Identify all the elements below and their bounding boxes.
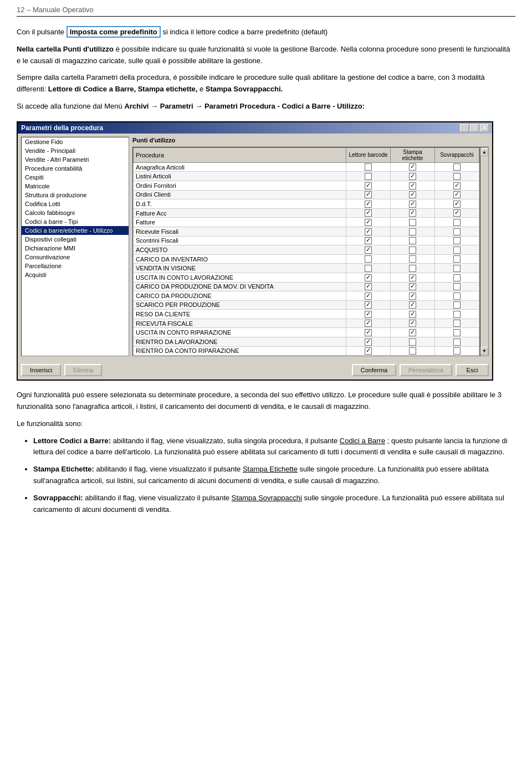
cell-lettore[interactable] <box>346 264 391 273</box>
cell-stampa[interactable] <box>391 190 435 199</box>
nav-item-codici-utilizzo[interactable]: Codici a barre/etichette - Utilizzo <box>22 226 129 235</box>
cell-sovra[interactable] <box>435 254 479 264</box>
stampa-checkbox[interactable] <box>409 301 416 309</box>
sovra-checkbox[interactable] <box>453 320 461 327</box>
titlebar-buttons[interactable]: _ □ ✕ <box>460 124 489 132</box>
cell-stampa[interactable] <box>391 300 435 310</box>
table-row[interactable]: USCITA IN CONTO LAVORAZIONE <box>134 273 479 282</box>
stampa-checkbox[interactable] <box>409 255 416 263</box>
cell-sovra[interactable] <box>435 162 479 172</box>
stampa-checkbox[interactable] <box>409 237 416 244</box>
nav-item-vendite-altri[interactable]: Vendite - Altri Parametri <box>22 155 129 164</box>
cell-lettore[interactable] <box>346 162 391 172</box>
sovra-checkbox[interactable] <box>453 247 461 254</box>
table-row[interactable]: Fatture Acc <box>134 208 479 218</box>
table-row[interactable]: CARICO DA PRODUZIONE DA MOV. DI VENDITA <box>134 282 479 291</box>
esci-button[interactable]: Esci <box>456 364 489 376</box>
sovra-checkbox[interactable] <box>453 201 461 208</box>
sovra-checkbox[interactable] <box>453 274 461 281</box>
lettore-checkbox[interactable] <box>365 339 372 346</box>
stampa-checkbox[interactable] <box>409 182 416 189</box>
nav-item-cespiti[interactable]: Cespiti <box>22 173 129 182</box>
lettore-checkbox[interactable] <box>365 301 372 309</box>
stampa-checkbox[interactable] <box>409 320 416 327</box>
stampa-checkbox[interactable] <box>409 311 416 318</box>
cell-lettore[interactable] <box>346 282 391 291</box>
cell-sovra[interactable] <box>435 190 479 199</box>
table-row[interactable]: Ordini Fornitori <box>134 181 479 190</box>
sovra-checkbox[interactable] <box>453 293 461 300</box>
lettore-checkbox[interactable] <box>365 219 372 226</box>
table-row[interactable]: Anagrafica Articoli <box>134 162 479 172</box>
nav-item-calcolo[interactable]: Calcolo fabbisogni <box>22 208 129 217</box>
cell-lettore[interactable] <box>346 291 391 301</box>
cell-sovra[interactable] <box>435 273 479 282</box>
sovra-checkbox[interactable] <box>453 255 461 263</box>
cell-lettore[interactable] <box>346 328 391 337</box>
sovra-checkbox[interactable] <box>453 329 461 336</box>
nav-item-gestione-fido[interactable]: Gestione Fido <box>22 137 129 146</box>
cell-sovra[interactable] <box>435 337 479 347</box>
cell-sovra[interactable] <box>435 172 479 181</box>
table-row[interactable]: RIENTRO DA LAVORAZIONE <box>134 337 479 347</box>
cell-stampa[interactable] <box>391 310 435 319</box>
nav-item-codifica-lotti[interactable]: Codifica Lotti <box>22 199 129 208</box>
lettore-checkbox[interactable] <box>365 191 372 198</box>
lettore-checkbox[interactable] <box>365 228 372 235</box>
cell-stampa[interactable] <box>391 227 435 236</box>
cell-lettore[interactable] <box>346 245 391 255</box>
sovra-checkbox[interactable] <box>453 191 461 198</box>
nav-item-vendite-principali[interactable]: Vendite - Principali <box>22 146 129 155</box>
stampa-checkbox[interactable] <box>409 247 416 254</box>
table-row[interactable]: D.d.T. <box>134 199 479 209</box>
sovra-checkbox[interactable] <box>453 228 461 235</box>
cell-sovra[interactable] <box>435 319 479 328</box>
sovra-checkbox[interactable] <box>453 265 461 272</box>
stampa-checkbox[interactable] <box>409 191 416 198</box>
cell-stampa[interactable] <box>391 264 435 273</box>
cell-lettore[interactable] <box>346 190 391 199</box>
personalizza-button[interactable]: Personalizza <box>400 364 452 376</box>
table-row[interactable]: RIENTRO DA CONTO RIPARAZIONE <box>134 346 479 356</box>
table-row[interactable]: Fatture <box>134 218 479 227</box>
nav-item-consuntivazione[interactable]: Consuntivazione <box>22 253 129 261</box>
stampa-checkbox[interactable] <box>409 347 416 355</box>
cell-stampa[interactable] <box>391 162 435 172</box>
inserisci-button[interactable]: Inserisci <box>21 364 61 376</box>
cell-stampa[interactable] <box>391 291 435 301</box>
stampa-checkbox[interactable] <box>409 201 416 208</box>
cell-lettore[interactable] <box>346 346 391 356</box>
stampa-checkbox[interactable] <box>409 228 416 235</box>
scrollbar[interactable]: ▲ ▼ <box>480 147 489 356</box>
sovra-checkbox[interactable] <box>453 339 461 346</box>
sovra-checkbox[interactable] <box>453 311 461 318</box>
cell-stampa[interactable] <box>391 236 435 245</box>
lettore-checkbox[interactable] <box>365 182 372 189</box>
nav-item-procedure-contabilita[interactable]: Procedure contabilità <box>22 164 129 173</box>
cell-sovra[interactable] <box>435 264 479 273</box>
cell-stampa[interactable] <box>391 218 435 227</box>
scroll-down-button[interactable]: ▼ <box>480 347 488 355</box>
elimina-button[interactable]: Elimina <box>64 364 102 376</box>
lettore-checkbox[interactable] <box>365 237 372 244</box>
lettore-checkbox[interactable] <box>365 311 372 318</box>
nav-item-matricole[interactable]: Matricole <box>22 182 129 191</box>
sovra-checkbox[interactable] <box>453 219 461 226</box>
lettore-checkbox[interactable] <box>365 329 372 336</box>
cell-sovra[interactable] <box>435 218 479 227</box>
cell-lettore[interactable] <box>346 319 391 328</box>
table-row[interactable]: USCITA IN CONTO RIPARAZIONE <box>134 328 479 337</box>
nav-item-dispositivi[interactable]: Dispositivi collegati <box>22 235 129 244</box>
lettore-checkbox[interactable] <box>365 255 372 263</box>
nav-item-dichiarazione[interactable]: Dichiarazione MMI <box>22 244 129 253</box>
table-row[interactable]: Listini Articoli <box>134 172 479 181</box>
nav-item-codici-tipi[interactable]: Codici a barre - Tipi <box>22 217 129 226</box>
cell-lettore[interactable] <box>346 208 391 218</box>
cell-stampa[interactable] <box>391 181 435 190</box>
cell-sovra[interactable] <box>435 291 479 301</box>
cell-stampa[interactable] <box>391 245 435 255</box>
stampa-checkbox[interactable] <box>409 219 416 226</box>
cell-lettore[interactable] <box>346 236 391 245</box>
scroll-up-button[interactable]: ▲ <box>480 148 488 156</box>
nav-item-parcellazione[interactable]: Parcellazione <box>22 261 129 270</box>
